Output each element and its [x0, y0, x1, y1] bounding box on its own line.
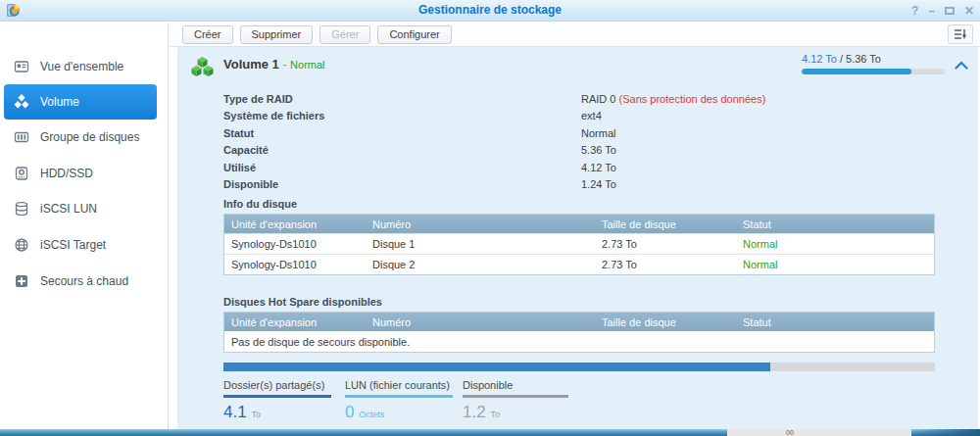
sidebar-item-iscsi-lun[interactable]: iSCSI LUN	[4, 191, 157, 226]
overview-icon	[14, 59, 29, 74]
detail-row: Type de RAID RAID 0 (Sans protection des…	[223, 93, 958, 110]
hot-spare-empty-row: Pas de disque de secours disponible.	[224, 331, 934, 352]
toolbar: Créer Supprimer Gérer Configurer	[170, 23, 980, 47]
disk-status: Normal	[736, 238, 934, 250]
volume-cubes-icon	[14, 94, 29, 110]
sidebar-item-volume[interactable]: Volume	[4, 84, 157, 120]
minimize-icon[interactable]: –	[928, 5, 935, 17]
table-row[interactable]: Synology-Ds1010 Disque 2 2.73 To Normal	[224, 254, 934, 274]
table-row[interactable]: Synology-Ds1010 Disque 1 2.73 To Normal	[224, 233, 934, 254]
disk-info-table: Unité d'expansion Numéro Taille de disqu…	[223, 214, 935, 275]
close-icon[interactable]: ✕	[964, 5, 974, 17]
configure-button[interactable]: Configurer	[377, 25, 451, 44]
sidebar-item-hot-spare[interactable]: Secours à chaud	[4, 264, 157, 299]
sidebar-item-iscsi-target[interactable]: iSCSI Target	[4, 227, 157, 263]
hot-spare-icon	[14, 273, 29, 289]
sort-button[interactable]	[948, 24, 973, 44]
create-button[interactable]: Créer	[182, 25, 233, 44]
status-value: Normal	[581, 127, 615, 139]
space-usage-bar	[223, 363, 935, 371]
hdd-icon	[14, 166, 29, 181]
sidebar-item-label: iSCSI LUN	[40, 202, 97, 216]
sidebar-item-label: Groupe de disques	[40, 130, 139, 144]
legend-underline	[345, 395, 453, 398]
sidebar-item-label: iSCSI Target	[40, 238, 106, 252]
sidebar-item-label: HDD/SSD	[40, 167, 93, 180]
database-icon	[14, 201, 29, 217]
volume-green-cubes-icon	[189, 54, 216, 80]
disk-info-table-header: Unité d'expansion Numéro Taille de disqu…	[224, 215, 934, 233]
volume-usage-bar-fill	[802, 69, 911, 74]
volume-panel: Volume 1 - Normal 4.12 To / 5.36 To Ty	[177, 47, 978, 429]
legend-shared-folders: Dossier(s) partagé(s) 4.1 To	[223, 379, 331, 422]
delete-button[interactable]: Supprimer	[240, 25, 314, 44]
titlebar: Gestionnaire de stockage ? – ✕	[0, 0, 980, 22]
sidebar: Vue d'ensemble Volume Groupe de disques	[0, 23, 169, 429]
hot-spare-title: Disques Hot Spare disponibles	[223, 296, 382, 308]
chevron-up-icon[interactable]	[955, 61, 968, 70]
volume-title: Volume 1 - Normal	[223, 57, 325, 72]
manage-button[interactable]: Gérer	[319, 25, 370, 44]
space-usage-bar-fill	[223, 363, 770, 371]
volume-used-text: 4.12 To	[802, 53, 837, 65]
disk-status: Normal	[736, 259, 934, 270]
hot-spare-table-header: Unité d'expansion Numéro Taille de disqu…	[224, 313, 934, 331]
disk-group-icon	[14, 129, 29, 145]
desktop-strip-shade	[911, 429, 980, 436]
detail-row: Capacité 5.36 To	[223, 144, 958, 161]
raid-warning-text: (Sans protection des données)	[619, 93, 766, 105]
hot-spare-table: Unité d'expansion Numéro Taille de disqu…	[223, 312, 935, 353]
detail-row: Disponible 1.24 To	[223, 178, 958, 195]
help-icon[interactable]: ?	[911, 5, 918, 17]
storage-manager-window: Gestionnaire de stockage ? – ✕ Vue d'ens…	[0, 0, 980, 436]
volume-name: Volume 1	[223, 57, 279, 72]
volume-usage-bar	[802, 69, 945, 74]
maximize-icon[interactable]	[945, 7, 955, 15]
legend-underline	[223, 395, 331, 398]
sidebar-item-label: Vue d'ensemble	[40, 60, 123, 73]
sidebar-item-hdd-ssd[interactable]: HDD/SSD	[4, 156, 157, 191]
sidebar-item-label: Secours à chaud	[40, 274, 128, 288]
volume-total-text: 5.36 To	[846, 53, 881, 65]
disk-info-title: Info du disque	[223, 198, 297, 210]
desktop-taskbar-strip: 00	[0, 429, 980, 436]
sidebar-item-overview[interactable]: Vue d'ensemble	[4, 49, 157, 84]
sidebar-item-label: Volume	[40, 95, 79, 109]
sort-descending-icon	[954, 28, 967, 40]
globe-icon	[14, 237, 29, 253]
detail-row: Utilisé 4.12 To	[223, 162, 958, 178]
desktop-widget: 00	[727, 429, 911, 436]
volume-status: Normal	[290, 59, 324, 71]
legend-available: Disponible 1.2 To	[463, 379, 568, 422]
sidebar-item-disk-group[interactable]: Groupe de disques	[4, 120, 157, 155]
volume-usage-summary: 4.12 To / 5.36 To	[802, 53, 945, 74]
legend-lun: LUN (fichier courants) 0 Octets	[345, 379, 453, 422]
detail-row: Statut Normal	[223, 127, 958, 144]
content-area: Créer Supprimer Gérer Configurer	[170, 23, 980, 429]
legend-underline	[463, 395, 568, 398]
window-title: Gestionnaire de stockage	[0, 3, 980, 17]
detail-row: Système de fichiers ext4	[223, 110, 958, 126]
